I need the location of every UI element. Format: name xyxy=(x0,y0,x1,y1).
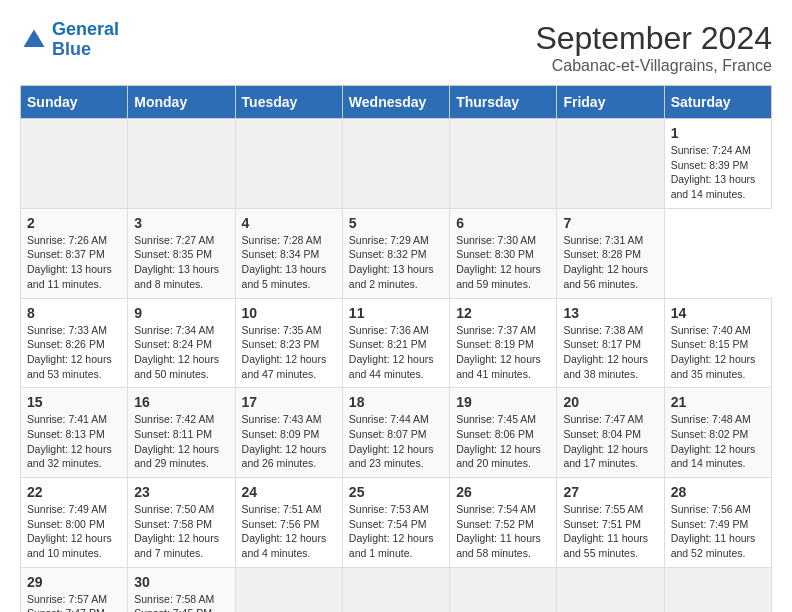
calendar-day-cell: 25Sunrise: 7:53 AMSunset: 7:54 PMDayligh… xyxy=(342,478,449,568)
calendar-day-cell: 18Sunrise: 7:44 AMSunset: 8:07 PMDayligh… xyxy=(342,388,449,478)
calendar-day-cell: 15Sunrise: 7:41 AMSunset: 8:13 PMDayligh… xyxy=(21,388,128,478)
calendar-day-cell: 26Sunrise: 7:54 AMSunset: 7:52 PMDayligh… xyxy=(450,478,557,568)
calendar-day-cell: 16Sunrise: 7:42 AMSunset: 8:11 PMDayligh… xyxy=(128,388,235,478)
page-header: General Blue September 2024 Cabanac-et-V… xyxy=(20,20,772,75)
calendar-day-cell: 9Sunrise: 7:34 AMSunset: 8:24 PMDaylight… xyxy=(128,298,235,388)
calendar-header-friday: Friday xyxy=(557,86,664,119)
calendar-day-cell: 21Sunrise: 7:48 AMSunset: 8:02 PMDayligh… xyxy=(664,388,771,478)
calendar-day-cell: 1Sunrise: 7:24 AMSunset: 8:39 PMDaylight… xyxy=(664,119,771,209)
logo-text: General Blue xyxy=(52,20,119,60)
calendar-empty-cell xyxy=(235,119,342,209)
calendar-day-cell: 7Sunrise: 7:31 AMSunset: 8:28 PMDaylight… xyxy=(557,208,664,298)
svg-marker-0 xyxy=(24,29,45,47)
calendar-day-cell: 17Sunrise: 7:43 AMSunset: 8:09 PMDayligh… xyxy=(235,388,342,478)
calendar-day-cell: 27Sunrise: 7:55 AMSunset: 7:51 PMDayligh… xyxy=(557,478,664,568)
calendar-week-row: 2Sunrise: 7:26 AMSunset: 8:37 PMDaylight… xyxy=(21,208,772,298)
calendar-day-cell: 6Sunrise: 7:30 AMSunset: 8:30 PMDaylight… xyxy=(450,208,557,298)
calendar-header-sunday: Sunday xyxy=(21,86,128,119)
calendar-empty-cell xyxy=(450,119,557,209)
calendar-day-cell: 4Sunrise: 7:28 AMSunset: 8:34 PMDaylight… xyxy=(235,208,342,298)
calendar-header-wednesday: Wednesday xyxy=(342,86,449,119)
calendar-week-row: 22Sunrise: 7:49 AMSunset: 8:00 PMDayligh… xyxy=(21,478,772,568)
calendar-empty-cell xyxy=(21,119,128,209)
logo-general: General xyxy=(52,19,119,39)
calendar-day-cell: 8Sunrise: 7:33 AMSunset: 8:26 PMDaylight… xyxy=(21,298,128,388)
logo: General Blue xyxy=(20,20,119,60)
calendar-day-cell: 5Sunrise: 7:29 AMSunset: 8:32 PMDaylight… xyxy=(342,208,449,298)
calendar-empty-cell xyxy=(664,567,771,612)
calendar-empty-cell xyxy=(450,567,557,612)
calendar-header-thursday: Thursday xyxy=(450,86,557,119)
calendar-day-cell: 3Sunrise: 7:27 AMSunset: 8:35 PMDaylight… xyxy=(128,208,235,298)
calendar-header-saturday: Saturday xyxy=(664,86,771,119)
title-block: September 2024 Cabanac-et-Villagrains, F… xyxy=(535,20,772,75)
calendar-day-cell: 22Sunrise: 7:49 AMSunset: 8:00 PMDayligh… xyxy=(21,478,128,568)
page-title: September 2024 xyxy=(535,20,772,57)
calendar-day-cell: 24Sunrise: 7:51 AMSunset: 7:56 PMDayligh… xyxy=(235,478,342,568)
page-subtitle: Cabanac-et-Villagrains, France xyxy=(535,57,772,75)
calendar-header-row: SundayMondayTuesdayWednesdayThursdayFrid… xyxy=(21,86,772,119)
calendar-week-row: 1Sunrise: 7:24 AMSunset: 8:39 PMDaylight… xyxy=(21,119,772,209)
logo-icon xyxy=(20,26,48,54)
calendar-empty-cell xyxy=(557,567,664,612)
calendar-day-cell: 23Sunrise: 7:50 AMSunset: 7:58 PMDayligh… xyxy=(128,478,235,568)
calendar-day-cell: 30Sunrise: 7:58 AMSunset: 7:45 PMDayligh… xyxy=(128,567,235,612)
calendar-table: SundayMondayTuesdayWednesdayThursdayFrid… xyxy=(20,85,772,612)
calendar-week-row: 8Sunrise: 7:33 AMSunset: 8:26 PMDaylight… xyxy=(21,298,772,388)
calendar-empty-cell xyxy=(128,119,235,209)
calendar-day-cell: 2Sunrise: 7:26 AMSunset: 8:37 PMDaylight… xyxy=(21,208,128,298)
calendar-week-row: 29Sunrise: 7:57 AMSunset: 7:47 PMDayligh… xyxy=(21,567,772,612)
calendar-day-cell: 19Sunrise: 7:45 AMSunset: 8:06 PMDayligh… xyxy=(450,388,557,478)
calendar-day-cell: 11Sunrise: 7:36 AMSunset: 8:21 PMDayligh… xyxy=(342,298,449,388)
calendar-header-monday: Monday xyxy=(128,86,235,119)
calendar-day-cell: 28Sunrise: 7:56 AMSunset: 7:49 PMDayligh… xyxy=(664,478,771,568)
calendar-empty-cell xyxy=(235,567,342,612)
calendar-day-cell: 12Sunrise: 7:37 AMSunset: 8:19 PMDayligh… xyxy=(450,298,557,388)
calendar-day-cell: 20Sunrise: 7:47 AMSunset: 8:04 PMDayligh… xyxy=(557,388,664,478)
calendar-day-cell: 14Sunrise: 7:40 AMSunset: 8:15 PMDayligh… xyxy=(664,298,771,388)
calendar-day-cell: 10Sunrise: 7:35 AMSunset: 8:23 PMDayligh… xyxy=(235,298,342,388)
logo-blue: Blue xyxy=(52,39,91,59)
calendar-empty-cell xyxy=(342,567,449,612)
calendar-header-tuesday: Tuesday xyxy=(235,86,342,119)
calendar-empty-cell xyxy=(342,119,449,209)
calendar-day-cell: 13Sunrise: 7:38 AMSunset: 8:17 PMDayligh… xyxy=(557,298,664,388)
calendar-empty-cell xyxy=(557,119,664,209)
calendar-week-row: 15Sunrise: 7:41 AMSunset: 8:13 PMDayligh… xyxy=(21,388,772,478)
calendar-day-cell: 29Sunrise: 7:57 AMSunset: 7:47 PMDayligh… xyxy=(21,567,128,612)
